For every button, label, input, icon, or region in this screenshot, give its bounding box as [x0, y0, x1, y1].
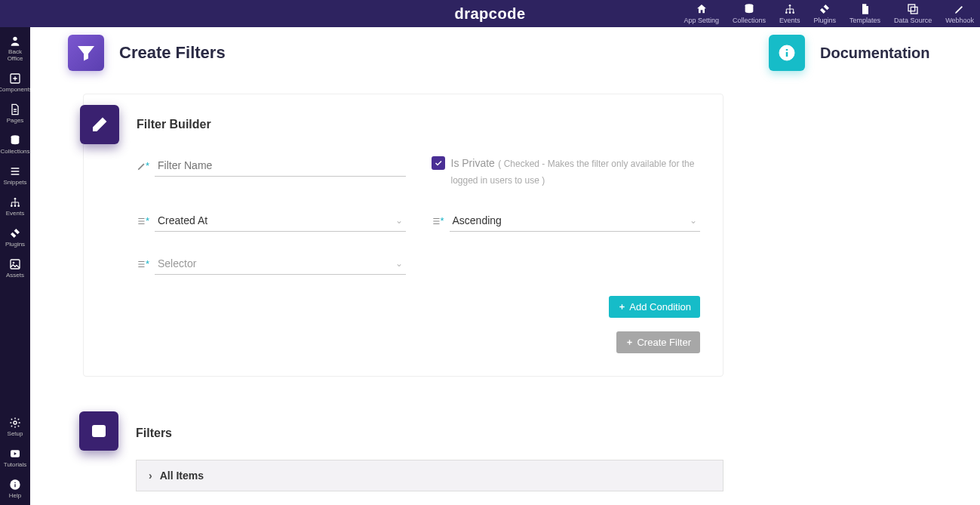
topnav-templates[interactable]: Templates	[849, 3, 880, 24]
database-icon	[743, 3, 755, 15]
sitemap-icon	[784, 3, 796, 15]
topnav-webhook[interactable]: Webhook	[945, 3, 974, 24]
file-icon	[859, 3, 871, 15]
copy-icon	[907, 3, 919, 15]
topnav-plugins[interactable]: Plugins	[814, 3, 837, 24]
topnav-collections[interactable]: Collections	[733, 3, 766, 24]
home-icon	[696, 3, 708, 15]
svg-rect-6	[911, 7, 917, 14]
tools-icon	[819, 3, 831, 15]
topnav-data-source[interactable]: Data Source	[894, 3, 932, 24]
svg-point-3	[788, 11, 791, 14]
svg-rect-5	[908, 5, 915, 11]
svg-point-4	[792, 11, 794, 14]
svg-point-1	[788, 5, 791, 7]
pen-icon	[954, 3, 966, 15]
topnav-events[interactable]: Events	[779, 3, 800, 24]
svg-point-2	[785, 11, 788, 14]
logo: drapcode	[454, 5, 525, 23]
topnav-app-setting[interactable]: App Setting	[684, 3, 719, 24]
top-navbar: drapcode App Setting Collections Events …	[0, 0, 980, 27]
